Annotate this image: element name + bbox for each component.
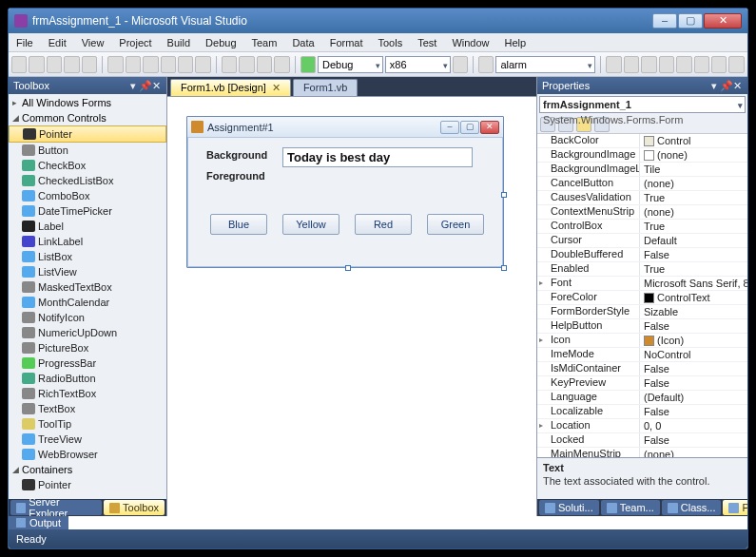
toolbar-button[interactable] [606, 56, 621, 73]
label-foreground[interactable]: Foreground [206, 170, 265, 182]
panel-close-icon[interactable]: ✕ [150, 80, 162, 92]
resize-handle[interactable] [345, 265, 351, 271]
group-containers[interactable]: ◢Containers [9, 462, 166, 477]
toolbar-button[interactable] [676, 56, 691, 73]
menu-format[interactable]: Format [322, 35, 371, 50]
property-row-doublebuffered[interactable]: DoubleBufferedFalse [537, 248, 747, 262]
property-row-contextmenustrip[interactable]: ContextMenuStrip(none) [537, 205, 747, 220]
toolbar-button[interactable] [728, 56, 744, 73]
property-row-backgroundimage[interactable]: BackgroundImage(none) [537, 148, 747, 163]
toolbox-item-maskedtextbox[interactable]: MaskedTextBox [9, 279, 166, 295]
toolbox-item-tooltip[interactable]: ToolTip [9, 416, 166, 432]
property-row-localizable[interactable]: LocalizableFalse [537, 405, 747, 419]
button-red[interactable]: Red [355, 214, 412, 235]
toolbar-button[interactable] [257, 56, 272, 73]
toolbox-item-checkedlistbox[interactable]: CheckedListBox [9, 173, 166, 188]
toolbox-item-radiobutton[interactable]: RadioButton [9, 371, 166, 386]
start-debug-button[interactable] [300, 56, 316, 73]
property-row-location[interactable]: ▸Location0, 0 [537, 419, 747, 433]
toolbar-button[interactable] [126, 56, 141, 73]
textbox-main[interactable]: Today is best day [282, 147, 473, 167]
menu-data[interactable]: Data [284, 35, 321, 50]
toolbox-item-pointer[interactable]: Pointer [9, 125, 166, 143]
find-combo[interactable]: alarm [495, 56, 595, 73]
object-selector[interactable]: frmAssignment_1 System.Windows.Forms.For… [539, 96, 746, 113]
toolbox-item-picturebox[interactable]: PictureBox [9, 340, 166, 355]
resize-handle[interactable] [501, 265, 507, 271]
maximize-button[interactable]: ▢ [678, 13, 703, 29]
design-surface[interactable]: Assignment#1 – ▢ ✕ Background Foreground… [167, 96, 536, 516]
menu-view[interactable]: View [74, 35, 112, 50]
menu-window[interactable]: Window [444, 35, 496, 50]
toolbox-item-combobox[interactable]: ComboBox [9, 188, 166, 203]
label-background[interactable]: Background [206, 149, 267, 161]
menu-file[interactable]: File [9, 35, 41, 50]
property-row-backgroundimagela[interactable]: BackgroundImageLaTile [537, 163, 747, 177]
toolbar-button[interactable] [195, 56, 210, 73]
toolbox-item-webbrowser[interactable]: WebBrowser [9, 447, 166, 462]
property-row-icon[interactable]: ▸Icon(Icon) [537, 334, 747, 348]
property-row-forecolor[interactable]: ForeColorControlText [537, 291, 747, 305]
toolbar-button[interactable] [711, 56, 727, 73]
panel-close-icon[interactable]: ✕ [731, 80, 743, 92]
menu-test[interactable]: Test [410, 35, 444, 50]
toolbox-item-treeview[interactable]: TreeView [9, 432, 166, 447]
toolbar-button[interactable] [64, 56, 79, 73]
panel-dropdown-icon[interactable]: ▾ [708, 80, 720, 92]
toolbar-button[interactable] [659, 56, 674, 73]
menu-build[interactable]: Build [160, 35, 198, 50]
tab-form-design[interactable]: Form1.vb [Design]✕ [170, 79, 291, 96]
menu-tools[interactable]: Tools [371, 35, 411, 50]
property-row-helpbutton[interactable]: HelpButtonFalse [537, 319, 747, 334]
toolbar-button[interactable] [11, 56, 27, 73]
toolbar-button[interactable] [178, 56, 193, 73]
toolbar-button[interactable] [274, 56, 289, 73]
tab-class[interactable]: Class... [662, 500, 722, 515]
group-common-controls[interactable]: ◢Common Controls [9, 110, 166, 125]
menu-help[interactable]: Help [497, 35, 534, 50]
designed-form[interactable]: Assignment#1 – ▢ ✕ Background Foreground… [186, 116, 504, 268]
toolbox-item-linklabel[interactable]: LinkLabel [9, 234, 166, 249]
toolbox-tree[interactable]: ▸All Windows Forms◢Common ControlsPointe… [9, 94, 166, 499]
toolbox-item-label[interactable]: Label [9, 219, 166, 234]
form-maximize-button[interactable]: ▢ [460, 121, 479, 134]
platform-combo[interactable]: x86 [385, 56, 451, 73]
minimize-button[interactable]: – [652, 13, 677, 29]
button-blue[interactable]: Blue [210, 214, 267, 235]
toolbar-button[interactable] [107, 56, 123, 73]
resize-handle[interactable] [501, 192, 507, 198]
property-row-ismdicontainer[interactable]: IsMdiContainerFalse [537, 362, 747, 376]
toolbar-button[interactable] [161, 56, 176, 73]
menu-edit[interactable]: Edit [41, 35, 74, 50]
pin-icon[interactable]: 📌 [139, 80, 150, 92]
menu-project[interactable]: Project [111, 35, 159, 50]
property-row-mainmenustrip[interactable]: MainMenuStrip(none) [537, 448, 747, 457]
property-row-language[interactable]: Language(Default) [537, 391, 747, 405]
toolbox-item-checkbox[interactable]: CheckBox [9, 158, 166, 173]
property-row-cancelbutton[interactable]: CancelButton(none) [537, 177, 747, 191]
property-row-keypreview[interactable]: KeyPreviewFalse [537, 376, 747, 391]
toolbox-item-monthcalendar[interactable]: MonthCalendar [9, 295, 166, 310]
toolbar-button[interactable] [694, 56, 709, 73]
toolbox-item-datetimepicker[interactable]: DateTimePicker [9, 203, 166, 219]
toolbar-button[interactable] [29, 56, 44, 73]
toolbar-button[interactable] [641, 56, 656, 73]
toolbar-button[interactable] [239, 56, 254, 73]
button-green[interactable]: Green [427, 214, 484, 235]
toolbar-button[interactable] [478, 56, 494, 73]
property-row-controlbox[interactable]: ControlBoxTrue [537, 220, 747, 234]
tab-output[interactable]: Output [9, 516, 68, 529]
toolbar-button[interactable] [47, 56, 62, 73]
tab-prope[interactable]: Prope... [723, 500, 748, 515]
toolbar-button[interactable] [624, 56, 639, 73]
property-row-cursor[interactable]: CursorDefault [537, 234, 747, 248]
toolbox-item-notifyicon[interactable]: NotifyIcon [9, 310, 166, 325]
pin-icon[interactable]: 📌 [720, 80, 731, 92]
property-grid[interactable]: BackColorControlBackgroundImage(none)Bac… [537, 134, 747, 457]
toolbar-button[interactable] [453, 56, 468, 73]
tab-close-icon[interactable]: ✕ [272, 82, 281, 93]
property-row-enabled[interactable]: EnabledTrue [537, 262, 747, 277]
tab-server-explorer[interactable]: Server Explorer [10, 500, 102, 515]
config-combo[interactable]: Debug [318, 56, 383, 73]
property-row-font[interactable]: ▸FontMicrosoft Sans Serif, 8.2 [537, 277, 747, 291]
